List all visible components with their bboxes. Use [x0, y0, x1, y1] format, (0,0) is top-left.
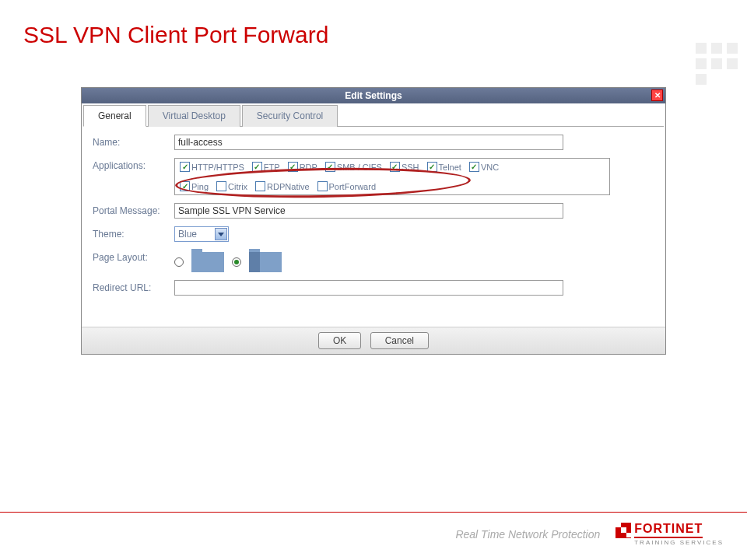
app-checkbox-smb-cifs[interactable]: SMB / CIFS	[325, 162, 382, 172]
ok-button[interactable]: OK	[318, 332, 361, 349]
checkbox-label: PortForward	[329, 182, 377, 191]
checkbox-label: RDPNative	[267, 182, 309, 191]
checkbox-icon	[469, 162, 479, 172]
app-checkbox-ftp[interactable]: FTP	[252, 162, 280, 172]
cancel-button[interactable]: Cancel	[370, 332, 429, 349]
checkbox-icon	[252, 162, 262, 172]
checkbox-icon	[180, 181, 190, 191]
theme-label: Theme:	[93, 226, 174, 240]
app-checkbox-rdp[interactable]: RDP	[288, 162, 317, 172]
edit-settings-dialog: Edit Settings ✕ General Virtual Desktop …	[81, 87, 666, 355]
name-label: Name:	[93, 135, 174, 148]
logo-icon	[615, 523, 631, 538]
dialog-title-text: Edit Settings	[345, 90, 402, 101]
checkbox-icon	[180, 162, 190, 172]
redirect-url-label: Redirect URL:	[93, 280, 174, 293]
app-checkbox-http-https[interactable]: HTTP/HTTPS	[180, 162, 244, 172]
checkbox-label: FTP	[264, 163, 280, 172]
brand-logo: FORTINET TRAINING SERVICES	[615, 522, 724, 546]
checkbox-label: VNC	[481, 163, 499, 172]
app-checkbox-citrix[interactable]: Citrix	[216, 181, 247, 191]
checkbox-icon	[427, 162, 437, 172]
checkbox-icon	[288, 162, 298, 172]
applications-label: Applications:	[93, 158, 174, 171]
layout-radio-single[interactable]	[174, 257, 184, 267]
tab-bar: General Virtual Desktop Security Control	[83, 105, 664, 127]
redirect-url-input[interactable]	[174, 280, 563, 296]
checkbox-label: Ping	[191, 182, 209, 191]
layout-radio-double[interactable]	[232, 257, 241, 267]
logo-subtext: TRAINING SERVICES	[634, 539, 724, 546]
checkbox-label: RDP	[300, 163, 317, 172]
slide-title: SSL VPN Client Port Forward	[0, 0, 747, 56]
portal-message-label: Portal Message:	[93, 203, 174, 216]
page-layout-options	[174, 250, 282, 272]
close-icon[interactable]: ✕	[651, 89, 663, 101]
slide-footer: Real Time Network Protection FORTINET TR…	[0, 512, 747, 546]
app-checkbox-ssh[interactable]: SSH	[390, 162, 419, 172]
checkbox-label: Telnet	[439, 163, 461, 172]
tagline-text: Real Time Network Protection	[455, 528, 600, 541]
checkbox-icon	[255, 181, 265, 191]
tab-virtual-desktop[interactable]: Virtual Desktop	[148, 105, 240, 127]
checkbox-label: SMB / CIFS	[337, 163, 382, 172]
layout-icon-single	[191, 252, 224, 272]
applications-box: HTTP/HTTPSFTPRDPSMB / CIFSSSHTelnetVNCPi…	[174, 158, 610, 195]
tab-security-control[interactable]: Security Control	[242, 105, 338, 127]
layout-icon-double	[249, 252, 282, 272]
checkbox-icon	[216, 181, 226, 191]
checkbox-label: SSH	[402, 163, 419, 172]
name-input[interactable]	[174, 135, 563, 150]
checkbox-icon	[317, 181, 328, 191]
portal-message-input[interactable]	[174, 203, 563, 219]
applications-list: HTTP/HTTPSFTPRDPSMB / CIFSSSHTelnetVNCPi…	[180, 162, 605, 191]
app-checkbox-portforward[interactable]: PortForward	[317, 181, 377, 191]
dialog-titlebar: Edit Settings ✕	[82, 88, 665, 103]
checkbox-icon	[325, 162, 335, 172]
dialog-footer: OK Cancel	[82, 327, 665, 354]
app-checkbox-telnet[interactable]: Telnet	[427, 162, 461, 172]
checkbox-label: HTTP/HTTPS	[191, 163, 244, 172]
logo-text: FORTINET	[634, 522, 703, 538]
app-checkbox-ping[interactable]: Ping	[180, 181, 209, 191]
theme-select[interactable]: Blue	[174, 226, 229, 242]
page-layout-label: Page Layout:	[93, 250, 174, 263]
dialog-body: Name: Applications: HTTP/HTTPSFTPRDPSMB …	[82, 127, 665, 327]
theme-value: Blue	[178, 229, 197, 240]
checkbox-icon	[390, 162, 400, 172]
app-checkbox-rdpnative[interactable]: RDPNative	[255, 181, 309, 191]
app-checkbox-vnc[interactable]: VNC	[469, 162, 499, 172]
corner-decoration	[696, 43, 738, 85]
tab-general[interactable]: General	[83, 105, 146, 127]
checkbox-label: Citrix	[228, 182, 247, 191]
